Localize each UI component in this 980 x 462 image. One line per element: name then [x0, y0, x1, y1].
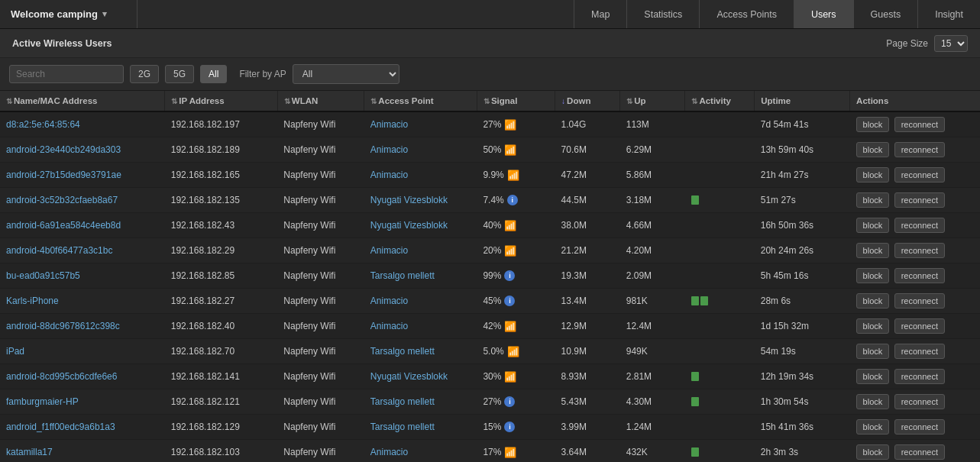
nav-tab-users[interactable]: Users [794, 0, 853, 28]
filter-5g-button[interactable]: 5G [165, 65, 194, 83]
reconnect-button[interactable]: reconnect [894, 419, 945, 435]
ap-name-link[interactable]: Tarsalgo mellett [370, 346, 435, 357]
col-header-activity[interactable]: ⇅Activity [685, 91, 755, 111]
nav-tab-access-points[interactable]: Access Points [699, 0, 794, 28]
block-button[interactable]: block [856, 419, 890, 435]
ap-name-link[interactable]: Animacio [370, 119, 408, 130]
ap-name-link[interactable]: Animacio [370, 447, 408, 457]
reconnect-button[interactable]: reconnect [894, 394, 945, 409]
user-name-link[interactable]: android-88dc9678612c398c [6, 321, 120, 331]
col-header-up[interactable]: ⇅Up [620, 91, 685, 111]
block-button[interactable]: block [856, 243, 890, 258]
user-name-link[interactable]: iPad [6, 346, 24, 357]
ap-name-link[interactable]: Nyugati Vizesblokk [370, 195, 448, 205]
user-name-link[interactable]: d8:a2:5e:64:85:64 [6, 119, 80, 130]
block-button[interactable]: block [856, 218, 890, 233]
block-button[interactable]: block [856, 369, 890, 384]
cell-ap: Nyugati Vizesblokk [364, 364, 477, 389]
reconnect-button[interactable]: reconnect [894, 369, 945, 384]
search-input[interactable] [9, 65, 124, 83]
cell-signal: 5.0% 📶 [477, 339, 555, 364]
user-name-link[interactable]: android-6a91ea584c4eeb8d [6, 220, 121, 231]
block-button[interactable]: block [856, 444, 890, 460]
col-header-wlan[interactable]: ⇅WLAN [277, 91, 364, 111]
block-button[interactable]: block [856, 344, 890, 359]
cell-up: 5.86M [620, 163, 685, 188]
reconnect-button[interactable]: reconnect [894, 293, 945, 309]
table-row: android-23e440cb249da303 192.168.182.189… [0, 137, 980, 163]
nav-tab-statistics[interactable]: Statistics [626, 0, 699, 28]
reconnect-button[interactable]: reconnect [894, 167, 945, 183]
ap-name-link[interactable]: Animacio [370, 245, 408, 256]
col-header-name[interactable]: ⇅Name/MAC Address [0, 91, 165, 111]
reconnect-button[interactable]: reconnect [894, 344, 945, 359]
filter-2g-button[interactable]: 2G [130, 65, 159, 83]
cell-name: d8:a2:5e:64:85:64 [0, 111, 165, 137]
user-name-link[interactable]: android-8cd995cb6cdfe6e6 [6, 371, 117, 382]
block-button[interactable]: block [856, 394, 890, 409]
table-row: iPad 192.168.182.70 Napfeny Wifi Tarsalg… [0, 339, 980, 364]
reconnect-button[interactable]: reconnect [894, 218, 945, 233]
page-size-select[interactable]: 15 25 50 [934, 35, 968, 52]
ap-name-link[interactable]: Animacio [370, 321, 408, 331]
col-header-ip[interactable]: ⇅IP Address [165, 91, 278, 111]
reconnect-button[interactable]: reconnect [894, 268, 945, 283]
filter-all-button[interactable]: All [200, 65, 227, 83]
wifi-icon: 📶 [504, 447, 516, 458]
nav-tab-map[interactable]: Map [574, 0, 626, 28]
user-name-link[interactable]: android_f1ff00edc9a6b1a3 [6, 422, 115, 432]
reconnect-button[interactable]: reconnect [894, 318, 945, 334]
col-header-signal[interactable]: ⇅Signal [477, 91, 555, 111]
block-button[interactable]: block [856, 192, 890, 208]
block-button[interactable]: block [856, 318, 890, 334]
cell-name: katamilla17 [0, 440, 165, 463]
col-header-uptime[interactable]: Uptime [755, 91, 850, 111]
cell-wlan: Napfeny Wifi [277, 339, 364, 364]
cell-uptime: 13h 59m 40s [755, 137, 850, 163]
cell-wlan: Napfeny Wifi [277, 364, 364, 389]
ap-name-link[interactable]: Animacio [370, 170, 408, 180]
reconnect-button[interactable]: reconnect [894, 444, 945, 460]
reconnect-button[interactable]: reconnect [894, 192, 945, 208]
ap-name-link[interactable]: Tarsalgo mellett [370, 270, 435, 281]
user-name-link[interactable]: android-23e440cb249da303 [6, 144, 121, 155]
filter-ap-select[interactable]: All Animacio Nyugati Vizesblokk Tarsalgo… [293, 64, 399, 84]
user-name-link[interactable]: bu-ead0a91c57b5 [6, 270, 80, 281]
signal-value: 42% [483, 321, 501, 331]
ap-name-link[interactable]: Tarsalgo mellett [370, 422, 435, 432]
user-name-link[interactable]: android-4b0f66477a3c1bc [6, 245, 112, 256]
ap-name-link[interactable]: Tarsalgo mellett [370, 396, 435, 407]
nav-tab-guests[interactable]: Guests [853, 0, 918, 28]
brand[interactable]: Welcome camping ▾ [0, 0, 137, 28]
nav-tab-insight[interactable]: Insight [917, 0, 980, 28]
ap-name-link[interactable]: Nyugati Vizesblokk [370, 220, 448, 231]
reconnect-button[interactable]: reconnect [894, 243, 945, 258]
user-name-link[interactable]: famburgmaier-HP [6, 396, 79, 407]
user-name-link[interactable]: Karls-iPhone [6, 296, 59, 306]
user-name-link[interactable]: katamilla17 [6, 447, 53, 457]
user-name-link[interactable]: android-27b15ded9e3791ae [6, 170, 121, 180]
cell-actions: block reconnect [850, 440, 980, 463]
block-button[interactable]: block [856, 268, 890, 283]
signal-value: 27% [483, 396, 501, 407]
cell-actions: block reconnect [850, 263, 980, 289]
block-button[interactable]: block [856, 117, 890, 132]
ap-name-link[interactable]: Animacio [370, 144, 408, 155]
col-header-down[interactable]: ↓Down [555, 91, 620, 111]
ap-name-link[interactable]: Animacio [370, 296, 408, 306]
reconnect-button[interactable]: reconnect [894, 117, 945, 132]
signal-value: 5.0% [483, 346, 503, 357]
block-button[interactable]: block [856, 167, 890, 183]
user-name-link[interactable]: android-3c52b32cfaeb8a67 [6, 195, 118, 205]
block-button[interactable]: block [856, 293, 890, 309]
cell-actions: block reconnect [850, 364, 980, 389]
cell-activity [685, 263, 755, 289]
ap-name-link[interactable]: Nyugati Vizesblokk [370, 371, 448, 382]
block-button[interactable]: block [856, 142, 890, 157]
cell-activity [685, 415, 755, 440]
col-header-ap[interactable]: ⇅Access Point [364, 91, 477, 111]
cell-down: 10.9M [555, 339, 620, 364]
reconnect-button[interactable]: reconnect [894, 142, 945, 157]
cell-uptime: 28m 6s [755, 289, 850, 314]
cell-name: android-23e440cb249da303 [0, 137, 165, 163]
